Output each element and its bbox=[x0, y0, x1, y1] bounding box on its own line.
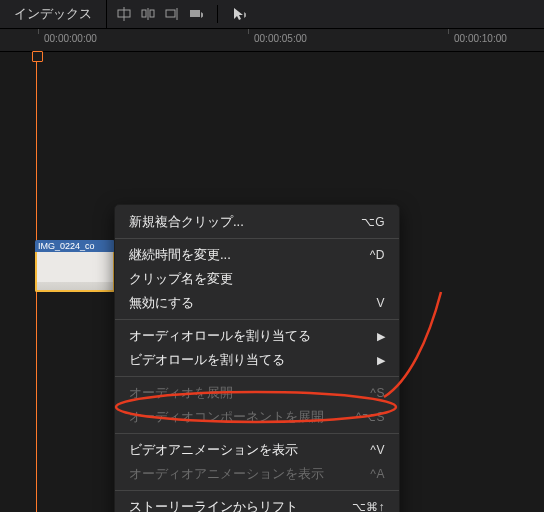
menu-show-audio-animation: オーディオアニメーションを表示^A bbox=[115, 462, 399, 486]
ruler-tick-label: 00:00:00:00 bbox=[44, 33, 97, 44]
svg-marker-9 bbox=[234, 8, 243, 20]
submenu-arrow-icon: ▶ bbox=[377, 330, 385, 343]
menu-expand-audio: オーディオを展開^S bbox=[115, 381, 399, 405]
menu-new-compound-clip[interactable]: 新規複合クリップ...⌥G bbox=[115, 210, 399, 234]
menu-show-video-animation[interactable]: ビデオアニメーションを表示^V bbox=[115, 438, 399, 462]
submenu-arrow-icon: ▶ bbox=[377, 354, 385, 367]
toolbar-separator bbox=[217, 5, 218, 23]
append-tool-icon[interactable] bbox=[165, 7, 179, 21]
pointer-tool-icon[interactable] bbox=[232, 7, 246, 21]
svg-rect-3 bbox=[150, 10, 154, 17]
menu-expand-audio-components: オーディオコンポーネントを展開^⌥S bbox=[115, 405, 399, 429]
menu-assign-video-role[interactable]: ビデオロールを割り当てる▶ bbox=[115, 348, 399, 372]
overwrite-tool-icon[interactable] bbox=[189, 7, 203, 21]
svg-rect-2 bbox=[142, 10, 146, 17]
menu-separator bbox=[115, 490, 399, 491]
menu-separator bbox=[115, 238, 399, 239]
menu-disable[interactable]: 無効にするV bbox=[115, 291, 399, 315]
menu-lift-from-storyline[interactable]: ストーリーラインからリフト⌥⌘↑ bbox=[115, 495, 399, 512]
clip-title: IMG_0224_co bbox=[35, 240, 115, 252]
svg-marker-10 bbox=[244, 12, 246, 18]
timeline-area[interactable]: IMG_0224_co 新規複合クリップ...⌥G 継続時間を変更...^D ク… bbox=[0, 52, 544, 512]
ruler-tick-label: 00:00:05:00 bbox=[254, 33, 307, 44]
menu-rename-clip[interactable]: クリップ名を変更 bbox=[115, 267, 399, 291]
svg-rect-5 bbox=[166, 10, 175, 17]
menu-separator bbox=[115, 319, 399, 320]
clip-thumbnail bbox=[35, 252, 115, 292]
menu-change-duration[interactable]: 継続時間を変更...^D bbox=[115, 243, 399, 267]
context-menu: 新規複合クリップ...⌥G 継続時間を変更...^D クリップ名を変更 無効にす… bbox=[114, 204, 400, 512]
svg-marker-8 bbox=[201, 12, 203, 18]
timeline-clip[interactable]: IMG_0224_co bbox=[35, 240, 115, 292]
index-button[interactable]: インデックス bbox=[0, 0, 107, 28]
menu-separator bbox=[115, 376, 399, 377]
position-tool-icon[interactable] bbox=[117, 7, 131, 21]
timeline-ruler[interactable]: 00:00:00:00 00:00:05:00 00:00:10:00 bbox=[0, 29, 544, 52]
svg-rect-7 bbox=[190, 10, 200, 17]
menu-separator bbox=[115, 433, 399, 434]
menu-assign-audio-role[interactable]: オーディオロールを割り当てる▶ bbox=[115, 324, 399, 348]
ruler-tick-label: 00:00:10:00 bbox=[454, 33, 507, 44]
insert-tool-icon[interactable] bbox=[141, 7, 155, 21]
